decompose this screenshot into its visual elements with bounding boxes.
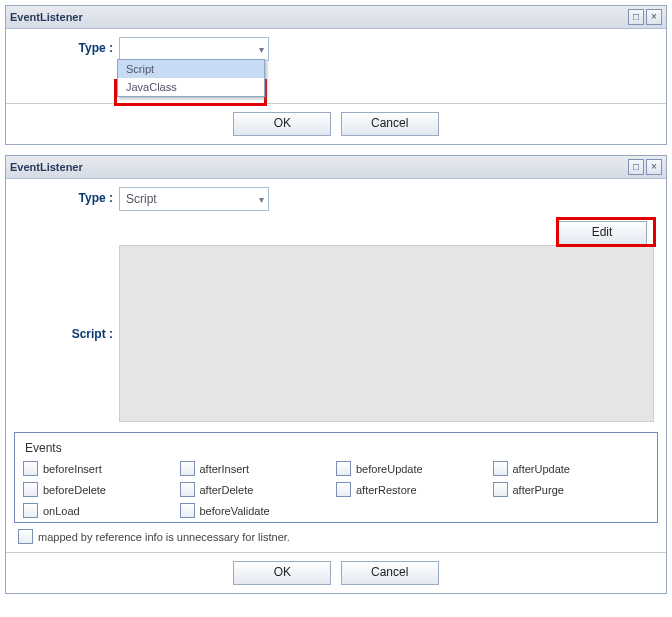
chevron-down-icon: ▾: [259, 194, 264, 205]
event-checkbox-beforeUpdate[interactable]: beforeUpdate: [336, 461, 493, 476]
type-label: Type :: [18, 187, 119, 205]
dropdown-option-javaclass[interactable]: JavaClass: [118, 78, 264, 96]
event-checkbox-afterInsert[interactable]: afterInsert: [180, 461, 337, 476]
maximize-button[interactable]: □: [628, 9, 644, 25]
event-checkbox-beforeInsert[interactable]: beforeInsert: [23, 461, 180, 476]
type-value: Script: [126, 192, 157, 206]
cancel-button[interactable]: Cancel: [341, 112, 439, 136]
dropdown-option-script[interactable]: Script: [118, 60, 264, 78]
type-select[interactable]: ▾ Script JavaClass: [119, 37, 269, 61]
event-checkbox-beforeValidate[interactable]: beforeValidate: [180, 503, 337, 518]
checkbox-icon: [23, 503, 38, 518]
event-checkbox-afterUpdate[interactable]: afterUpdate: [493, 461, 650, 476]
script-textarea[interactable]: [119, 245, 654, 422]
checkbox-icon: [180, 461, 195, 476]
dialog-title: EventListener: [10, 161, 626, 173]
cancel-button[interactable]: Cancel: [341, 561, 439, 585]
titlebar: EventListener □ ×: [6, 156, 666, 179]
titlebar: EventListener □ ×: [6, 6, 666, 29]
event-checkbox-onLoad[interactable]: onLoad: [23, 503, 180, 518]
checkbox-icon: [23, 482, 38, 497]
event-checkbox-afterPurge[interactable]: afterPurge: [493, 482, 650, 497]
dialog-title: EventListener: [10, 11, 626, 23]
button-row: OK Cancel: [6, 103, 666, 144]
script-label: Script :: [18, 245, 119, 341]
dialog-eventlistener-2: EventListener □ × Type : Script ▾ Edit S…: [5, 155, 667, 594]
dialog-eventlistener-1: EventListener □ × Type : ▾ Script JavaCl…: [5, 5, 667, 145]
checkbox-icon: [336, 461, 351, 476]
close-button[interactable]: ×: [646, 9, 662, 25]
ok-button[interactable]: OK: [233, 561, 331, 585]
event-checkbox-beforeDelete[interactable]: beforeDelete: [23, 482, 180, 497]
type-label: Type :: [18, 37, 119, 55]
checkbox-icon: [493, 482, 508, 497]
maximize-button[interactable]: □: [628, 159, 644, 175]
checkbox-icon: [18, 529, 33, 544]
chevron-down-icon: ▾: [259, 44, 264, 55]
checkbox-icon: [180, 482, 195, 497]
checkbox-icon: [180, 503, 195, 518]
type-select[interactable]: Script ▾: [119, 187, 269, 211]
event-checkbox-afterRestore[interactable]: afterRestore: [336, 482, 493, 497]
event-checkbox-afterDelete[interactable]: afterDelete: [180, 482, 337, 497]
events-legend: Events: [23, 441, 64, 455]
mapped-checkbox[interactable]: mapped by reference info is unnecessary …: [18, 529, 654, 544]
edit-button[interactable]: Edit: [557, 221, 647, 245]
checkbox-icon: [23, 461, 38, 476]
button-row: OK Cancel: [6, 552, 666, 593]
checkbox-icon: [493, 461, 508, 476]
ok-button[interactable]: OK: [233, 112, 331, 136]
close-button[interactable]: ×: [646, 159, 662, 175]
events-fieldset: Events beforeInsert afterInsert beforeUp…: [14, 432, 658, 523]
checkbox-icon: [336, 482, 351, 497]
type-dropdown-list: Script JavaClass: [117, 59, 265, 97]
